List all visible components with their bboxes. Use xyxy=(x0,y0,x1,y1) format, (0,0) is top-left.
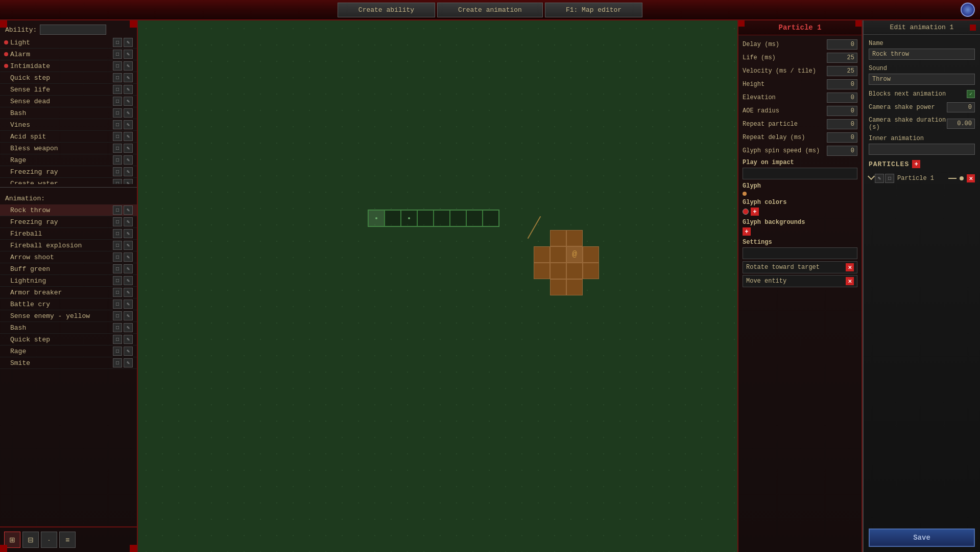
create-ability-button[interactable]: Create ability xyxy=(338,3,435,17)
particle-edit-btn[interactable]: ✎ xyxy=(875,174,884,183)
particle-delete-btn[interactable]: ✕ xyxy=(967,174,975,182)
animation-list-item[interactable]: Rock throw□✎ xyxy=(0,204,137,216)
animation-list-item[interactable]: Freezing ray□✎ xyxy=(0,216,137,228)
anim-name-input[interactable] xyxy=(869,49,975,60)
camera-shake-duration-input[interactable] xyxy=(947,119,975,129)
copy-icon[interactable]: □ xyxy=(113,167,122,176)
edit-icon[interactable]: ✎ xyxy=(124,276,133,285)
ability-list-item[interactable]: Sense dead□✎ xyxy=(0,96,137,107)
frame-cell[interactable] xyxy=(450,210,466,226)
edit-icon[interactable]: ✎ xyxy=(124,120,133,129)
edit-icon[interactable]: ✎ xyxy=(124,97,133,106)
edit-icon[interactable]: ✎ xyxy=(124,229,133,238)
edit-icon[interactable]: ✎ xyxy=(124,300,133,309)
copy-icon[interactable]: □ xyxy=(113,132,122,141)
copy-icon[interactable]: □ xyxy=(113,323,122,332)
frame-cell[interactable] xyxy=(417,210,434,226)
animation-list-item[interactable]: Battle cry□✎ xyxy=(0,298,137,310)
edit-icon[interactable]: ✎ xyxy=(124,155,133,165)
ability-list-item[interactable]: Create water□✎ xyxy=(0,178,137,184)
ability-list-item[interactable]: Intimidate□✎ xyxy=(0,60,137,72)
edit-icon[interactable]: ✎ xyxy=(124,108,133,118)
copy-icon[interactable]: □ xyxy=(113,61,122,71)
animation-list-item[interactable]: Smite□✎ xyxy=(0,357,137,369)
blocks-next-checkbox[interactable]: ✓ xyxy=(967,90,975,98)
animation-list-item[interactable]: Buff green□✎ xyxy=(0,263,137,275)
list-btn[interactable]: ≡ xyxy=(59,532,76,548)
copy-icon[interactable]: □ xyxy=(113,38,122,47)
ability-list-item[interactable]: Freezing ray□✎ xyxy=(0,166,137,178)
copy-icon[interactable]: □ xyxy=(113,73,122,82)
particle-field-input[interactable] xyxy=(827,146,857,156)
particle-field-input[interactable] xyxy=(827,132,857,143)
copy-icon[interactable]: □ xyxy=(113,276,122,285)
small-grid-btn[interactable]: ⊟ xyxy=(22,532,39,548)
copy-icon[interactable]: □ xyxy=(113,335,122,344)
ability-list-item[interactable]: Light□✎ xyxy=(0,37,137,49)
edit-icon[interactable]: ✎ xyxy=(124,167,133,176)
animation-list-item[interactable]: Arrow shoot□✎ xyxy=(0,251,137,263)
frame-cell[interactable] xyxy=(434,210,450,226)
frame-cell[interactable] xyxy=(368,210,385,226)
ability-list-item[interactable]: Rage□✎ xyxy=(0,154,137,166)
frame-cell[interactable] xyxy=(483,210,499,226)
center-panel[interactable]: @ xyxy=(138,20,737,552)
edit-icon[interactable]: ✎ xyxy=(124,358,133,367)
edit-icon[interactable]: ✎ xyxy=(124,252,133,262)
camera-shake-power-input[interactable] xyxy=(947,102,975,112)
copy-icon[interactable]: □ xyxy=(113,108,122,118)
play-on-impact-input[interactable] xyxy=(743,168,857,179)
copy-icon[interactable]: □ xyxy=(113,217,122,226)
particle-field-input[interactable] xyxy=(827,93,857,103)
edit-icon[interactable]: ✎ xyxy=(124,347,133,356)
glyph-color-dot[interactable] xyxy=(743,209,749,215)
copy-icon[interactable]: □ xyxy=(113,205,122,215)
ability-list-item[interactable]: Quick step□✎ xyxy=(0,72,137,84)
edit-icon[interactable]: ✎ xyxy=(124,217,133,226)
animation-list-item[interactable]: Lightning□✎ xyxy=(0,275,137,287)
animation-list-item[interactable]: Armor breaker□✎ xyxy=(0,287,137,298)
copy-icon[interactable]: □ xyxy=(113,97,122,106)
animation-list-item[interactable]: Fireball explosion□✎ xyxy=(0,240,137,251)
ability-list-item[interactable]: Alarm□✎ xyxy=(0,49,137,60)
edit-icon[interactable]: ✎ xyxy=(124,61,133,71)
animation-list-item[interactable]: Bash□✎ xyxy=(0,322,137,334)
edit-icon[interactable]: ✎ xyxy=(124,288,133,297)
settings-search-input[interactable] xyxy=(743,247,857,259)
copy-icon[interactable]: □ xyxy=(113,144,122,153)
map-editor-button[interactable]: F1: Map editor xyxy=(545,3,642,17)
edit-icon[interactable]: ✎ xyxy=(124,85,133,94)
edit-icon[interactable]: ✎ xyxy=(124,132,133,141)
particle-copy-btn[interactable]: □ xyxy=(885,174,894,183)
copy-icon[interactable]: □ xyxy=(113,300,122,309)
copy-icon[interactable]: □ xyxy=(113,241,122,250)
edit-icon[interactable]: ✎ xyxy=(124,311,133,320)
dot-btn[interactable]: · xyxy=(41,532,57,548)
particle-field-input[interactable] xyxy=(827,79,857,89)
copy-icon[interactable]: □ xyxy=(113,347,122,356)
copy-icon[interactable]: □ xyxy=(113,179,122,184)
edit-icon[interactable]: ✎ xyxy=(124,38,133,47)
globe-icon[interactable] xyxy=(961,3,975,17)
settings-item-delete[interactable]: ✕ xyxy=(846,277,854,285)
create-animation-button[interactable]: Create animation xyxy=(437,3,543,17)
edit-icon[interactable]: ✎ xyxy=(124,335,133,344)
add-glyph-bg-btn[interactable]: + xyxy=(743,227,751,236)
ability-search-input[interactable] xyxy=(40,25,106,35)
ability-list-item[interactable]: Sense life□✎ xyxy=(0,84,137,96)
edit-icon[interactable]: ✎ xyxy=(124,323,133,332)
edit-icon[interactable]: ✎ xyxy=(124,264,133,273)
particle-field-input[interactable] xyxy=(827,66,857,76)
ability-list-item[interactable]: Acid spit□✎ xyxy=(0,131,137,143)
copy-icon[interactable]: □ xyxy=(113,155,122,165)
add-particle-btn[interactable]: + xyxy=(912,160,920,168)
copy-icon[interactable]: □ xyxy=(113,85,122,94)
copy-icon[interactable]: □ xyxy=(113,252,122,262)
edit-icon[interactable]: ✎ xyxy=(124,241,133,250)
animation-list-item[interactable]: Sense enemy - yellow□✎ xyxy=(0,310,137,322)
copy-icon[interactable]: □ xyxy=(113,311,122,320)
particle-field-input[interactable] xyxy=(827,119,857,129)
edit-icon[interactable]: ✎ xyxy=(124,205,133,215)
animation-list-item[interactable]: Quick step□✎ xyxy=(0,334,137,346)
ability-list-item[interactable]: Vines□✎ xyxy=(0,119,137,131)
